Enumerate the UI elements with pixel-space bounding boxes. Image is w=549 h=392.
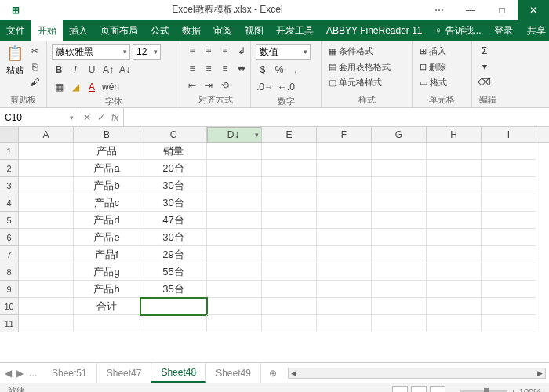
format-painter-button[interactable]: 🖌 — [27, 75, 42, 89]
cell-B9[interactable]: 产品h — [74, 281, 140, 298]
cell-E10[interactable] — [262, 298, 317, 315]
cell-I1[interactable] — [482, 143, 536, 160]
col-header-A[interactable]: A — [19, 127, 74, 142]
currency-button[interactable]: $ — [256, 63, 270, 77]
cell-I4[interactable] — [482, 194, 536, 212]
cell-B7[interactable]: 产品f — [74, 246, 140, 263]
cell-A9[interactable] — [19, 281, 74, 298]
cell-F9[interactable] — [317, 281, 372, 298]
cell-A11[interactable] — [19, 315, 74, 332]
col-header-F[interactable]: F — [317, 127, 372, 142]
col-header-B[interactable]: B — [74, 127, 140, 142]
cell-A7[interactable] — [19, 246, 74, 263]
cell-F8[interactable] — [317, 263, 372, 281]
cell-D5[interactable] — [207, 212, 262, 229]
align-bottom-button[interactable]: ≡ — [218, 44, 232, 58]
view-layout-button[interactable] — [411, 386, 427, 393]
cell-G4[interactable] — [372, 194, 427, 212]
row-header-2[interactable]: 2 — [0, 160, 19, 177]
scroll-right-icon[interactable]: ▶ — [534, 368, 545, 378]
border-button[interactable]: ▦ — [52, 80, 66, 94]
cell-B8[interactable]: 产品g — [74, 263, 140, 281]
align-top-button[interactable]: ≡ — [185, 44, 199, 58]
format-as-table-button[interactable]: ▤套用表格格式 — [326, 60, 405, 74]
sheet-nav-prev[interactable]: ◀ — [5, 368, 12, 379]
sheet-nav-more[interactable]: … — [28, 368, 38, 379]
cell-F3[interactable] — [317, 177, 372, 194]
cell-I9[interactable] — [482, 281, 536, 298]
decrease-indent-button[interactable]: ⇤ — [185, 78, 199, 93]
increase-decimal-button[interactable]: .0→ — [256, 80, 274, 94]
wrap-text-button[interactable]: ↲ — [235, 44, 249, 58]
cell-I2[interactable] — [482, 160, 536, 177]
cell-G1[interactable] — [372, 143, 427, 160]
cell-G8[interactable] — [372, 263, 427, 281]
cell-G3[interactable] — [372, 177, 427, 194]
tab-developer[interactable]: 开发工具 — [270, 20, 320, 41]
row-header-5[interactable]: 5 — [0, 212, 19, 229]
cell-E9[interactable] — [262, 281, 317, 298]
col-header-E[interactable]: E — [262, 127, 317, 142]
new-sheet-button[interactable]: ⊕ — [261, 363, 285, 383]
cell-H8[interactable] — [427, 263, 482, 281]
decrease-decimal-button[interactable]: ←.0 — [277, 80, 296, 94]
cell-styles-button[interactable]: ▢单元格样式 — [326, 75, 405, 89]
cell-C8[interactable]: 55台 — [140, 263, 207, 281]
cell-D3[interactable] — [207, 177, 262, 194]
cell-D7[interactable] — [207, 246, 262, 263]
view-pagebreak-button[interactable] — [430, 386, 445, 393]
tell-me[interactable]: ♀告诉我... — [429, 20, 488, 41]
cell-H11[interactable] — [427, 315, 482, 332]
cell-I8[interactable] — [482, 263, 536, 281]
tab-abbyy[interactable]: ABBYY FineReader 11 — [320, 20, 429, 41]
row-header-4[interactable]: 4 — [0, 194, 19, 212]
share-button[interactable]: 共享 — [519, 20, 549, 41]
delete-cells-button[interactable]: ⊟删除 — [417, 60, 469, 74]
cell-H4[interactable] — [427, 194, 482, 212]
clear-button[interactable]: ⌫ — [477, 75, 492, 89]
tab-file[interactable]: 文件 — [0, 20, 31, 41]
sheet-nav-next[interactable]: ▶ — [16, 368, 24, 379]
cell-E7[interactable] — [262, 246, 317, 263]
insert-cells-button[interactable]: ⊞插入 — [417, 44, 469, 58]
cell-E4[interactable] — [262, 194, 317, 212]
row-header-1[interactable]: 1 — [0, 143, 19, 160]
conditional-formatting-button[interactable]: ▦条件格式 — [326, 44, 405, 58]
cell-H9[interactable] — [427, 281, 482, 298]
col-header-C[interactable]: C — [140, 127, 207, 142]
decrease-font-button[interactable]: A↓ — [118, 63, 132, 77]
cell-D2[interactable] — [207, 160, 262, 177]
merge-center-button[interactable]: ⬌ — [235, 61, 249, 75]
cell-H6[interactable] — [427, 229, 482, 246]
font-name-select[interactable]: 微软雅黑 — [52, 44, 130, 60]
scroll-left-icon[interactable]: ◀ — [289, 368, 300, 378]
phonetic-button[interactable]: wén — [101, 80, 120, 94]
cell-C1[interactable]: 销量 — [140, 143, 207, 160]
cell-E11[interactable] — [262, 315, 317, 332]
cell-A1[interactable] — [19, 143, 74, 160]
orientation-button[interactable]: ⟲ — [218, 78, 232, 93]
paste-button[interactable]: 📋 粘贴 — [5, 44, 24, 76]
tab-page-layout[interactable]: 页面布局 — [94, 20, 144, 41]
cell-B4[interactable]: 产品c — [74, 194, 140, 212]
cell-C5[interactable]: 47台 — [140, 212, 207, 229]
zoom-in-button[interactable]: + — [511, 387, 515, 393]
cell-F11[interactable] — [317, 315, 372, 332]
enter-formula-icon[interactable]: ✓ — [97, 112, 105, 123]
sheet-tab-49[interactable]: Sheet49 — [206, 363, 261, 383]
tab-home[interactable]: 开始 — [31, 20, 63, 41]
row-header-3[interactable]: 3 — [0, 177, 19, 194]
number-format-select[interactable]: 数值 — [256, 44, 311, 60]
cell-G9[interactable] — [372, 281, 427, 298]
cell-B6[interactable]: 产品e — [74, 229, 140, 246]
row-header-7[interactable]: 7 — [0, 246, 19, 263]
align-left-button[interactable]: ≡ — [185, 61, 199, 75]
align-center-button[interactable]: ≡ — [202, 61, 216, 75]
col-header-D[interactable]: D↓ — [207, 127, 262, 143]
autosum-button[interactable]: Σ — [477, 44, 492, 58]
cell-C6[interactable]: 30台 — [140, 229, 207, 246]
tab-formulas[interactable]: 公式 — [144, 20, 176, 41]
font-color-button[interactable]: A — [85, 80, 99, 94]
fx-icon[interactable]: fx — [111, 112, 118, 123]
cell-B2[interactable]: 产品a — [74, 160, 140, 177]
